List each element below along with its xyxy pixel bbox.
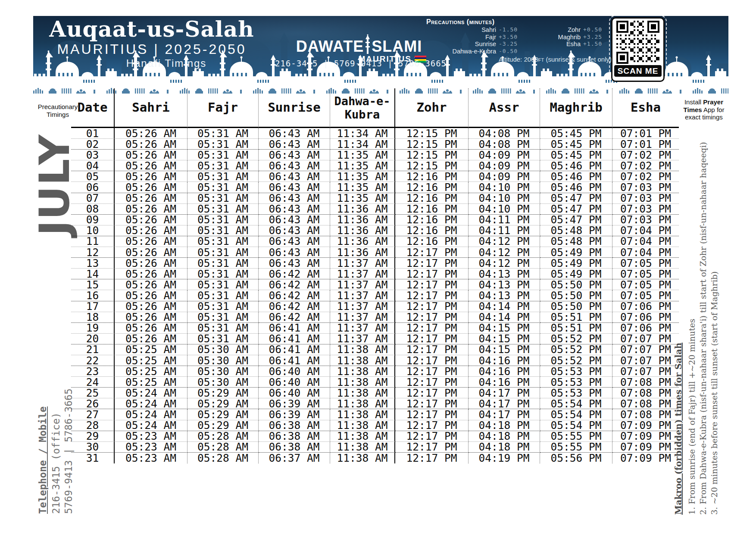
time-cell: 05:47 PM [540,215,612,225]
time-cell: 05:24 AM [115,398,187,409]
poster-canvas: Auqaat-us-Salah MAURITIUS | 2025-2050 Ha… [0,0,756,535]
time-cell: 11:38 AM [330,344,395,355]
time-cell: 11:36 AM [330,236,395,247]
date-cell: 20 [71,334,115,344]
time-cell: 04:11 PM [469,215,540,225]
time-cell: 05:51 PM [540,312,612,323]
time-cell: 05:52 PM [540,344,612,355]
time-cell: 05:46 PM [540,171,612,182]
time-cell: 07:02 PM [612,150,679,160]
date-cell: 13 [71,258,115,269]
date-cell: 02 [71,139,115,150]
time-cell: 07:07 PM [612,334,679,344]
time-cell: 11:38 AM [330,366,395,377]
time-cell: 05:23 AM [115,442,187,453]
time-cell: 05:31 AM [187,269,259,279]
time-cell: 05:53 PM [540,366,612,377]
makroo-note-1: 1. From sunrise (end of Fajr) till +~20 … [688,319,696,515]
time-cell: 12:17 PM [395,442,469,453]
date-cell: 07 [71,193,115,204]
time-cell: 11:37 AM [330,258,395,269]
time-cell: 04:08 PM [469,139,540,150]
time-cell: 12:17 PM [395,312,469,323]
time-cell: 05:56 PM [540,453,612,463]
time-cell: 06:37 AM [259,453,330,463]
time-cell: 05:31 AM [187,128,259,139]
time-cell: 05:26 AM [115,225,187,236]
time-cell: 11:34 AM [330,139,395,150]
time-cell: 11:37 AM [330,290,395,301]
time-cell: 12:17 PM [395,258,469,269]
time-cell: 05:30 AM [187,344,259,355]
date-cell: 03 [71,150,115,160]
time-cell: 04:13 PM [469,279,540,290]
time-cell: 05:26 AM [115,215,187,225]
time-cell: 06:40 AM [259,377,330,388]
time-cell: 07:05 PM [612,279,679,290]
time-cell: 05:26 AM [115,312,187,323]
time-cell: 04:18 PM [469,431,540,442]
time-cell: 05:25 AM [115,377,187,388]
time-cell: 05:48 PM [540,236,612,247]
time-cell: 05:31 AM [187,171,259,182]
time-cell: 05:31 AM [187,193,259,204]
time-cell: 05:23 AM [115,431,187,442]
time-cell: 05:29 AM [187,420,259,431]
time-cell: 07:08 PM [612,409,679,420]
time-cell: 06:39 AM [259,398,330,409]
precaution-label: Maghrib [527,34,583,41]
time-cell: 11:35 AM [330,193,395,204]
time-cell: 07:01 PM [612,139,679,150]
date-cell: 24 [71,377,115,388]
time-cell: 07:09 PM [612,442,679,453]
precaution-value: -0.50 [499,48,527,55]
time-cell: 07:08 PM [612,388,679,398]
time-cell: 06:43 AM [259,128,330,139]
precaution-value: +0.50 [583,26,612,34]
time-cell: 05:24 AM [115,409,187,420]
date-cell: 19 [71,323,115,334]
time-cell: 05:31 AM [187,236,259,247]
time-cell: 05:51 PM [540,323,612,334]
time-cell: 06:43 AM [259,204,330,215]
date-cell: 15 [71,279,115,290]
time-cell: 12:16 PM [395,182,469,193]
qr-pattern-icon [616,21,659,64]
time-cell: 05:26 AM [115,204,187,215]
time-cell: 05:25 AM [115,366,187,377]
date-cell: 06 [71,182,115,193]
time-cell: 05:26 AM [115,193,187,204]
time-cell: 05:31 AM [187,215,259,225]
time-cell: 04:14 PM [469,301,540,312]
time-cell: 11:38 AM [330,442,395,453]
telephone-office: 216-3415 (office) [51,413,61,514]
column-header-maghrib: Maghrib [540,88,612,128]
time-cell: 07:09 PM [612,453,679,463]
time-cell: 05:28 AM [187,453,259,463]
month-label: JULY [34,134,75,236]
time-cell: 04:15 PM [469,323,540,334]
time-cell: 11:36 AM [330,247,395,258]
time-cell: 07:05 PM [612,258,679,269]
column-header-sunrise: Sunrise [259,88,330,128]
time-cell: 05:31 AM [187,204,259,215]
time-cell: 06:41 AM [259,355,330,366]
time-cell: 11:36 AM [330,215,395,225]
time-cell: 04:13 PM [469,269,540,279]
time-cell: 05:31 AM [187,150,259,160]
date-cell: 08 [71,204,115,215]
precaution-label: Sunrise [425,41,499,48]
time-cell: 11:37 AM [330,269,395,279]
precaution-value: +3.25 [583,34,612,41]
time-cell: 05:55 PM [540,431,612,442]
time-cell: 05:30 AM [187,377,259,388]
time-cell: 05:26 AM [115,150,187,160]
time-cell: 07:09 PM [612,420,679,431]
time-cell: 05:49 PM [540,269,612,279]
date-cell: 14 [71,269,115,279]
time-cell: 05:31 AM [187,279,259,290]
time-cell: 06:42 AM [259,301,330,312]
time-cell: 04:17 PM [469,409,540,420]
time-cell: 07:07 PM [612,366,679,377]
time-cell: 11:35 AM [330,171,395,182]
